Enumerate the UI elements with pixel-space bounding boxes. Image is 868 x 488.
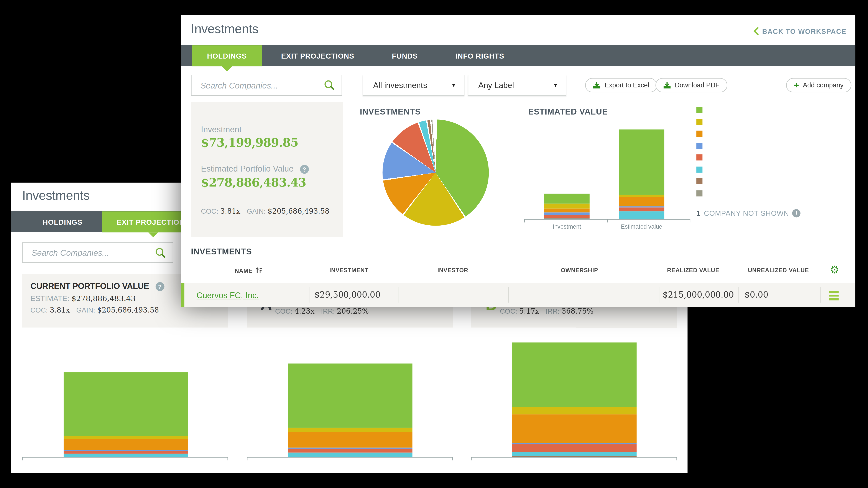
search-companies-box — [22, 242, 173, 263]
card-1-stacked-bar — [64, 372, 188, 457]
company-color-legend — [696, 107, 703, 196]
irr-label: IRR: — [321, 307, 335, 315]
table-row[interactable]: Cuervos FC, Inc. $29,500,000.00 $215,000… — [181, 283, 855, 307]
coc-value: 4.23x — [294, 307, 315, 315]
chevron-left-icon — [753, 27, 759, 35]
coc-label: COC: — [275, 307, 292, 315]
investment-stacked-bar — [544, 194, 590, 219]
card-2-axis — [247, 457, 453, 458]
search-icon[interactable] — [155, 247, 166, 258]
row-realized-value: $215,000,000.00 — [663, 290, 734, 300]
estimated-value-axis — [524, 219, 690, 220]
row-menu-icon[interactable] — [829, 291, 838, 300]
column-header-investment[interactable]: INVESTMENT — [330, 267, 369, 273]
coc-label: COC: — [500, 307, 517, 315]
search-icon[interactable] — [324, 79, 335, 91]
add-company-button[interactable]: + Add company — [786, 78, 851, 92]
irr-label: IRR: — [546, 307, 560, 315]
coc-label: COC: — [201, 207, 218, 215]
coc-value: 5.17x — [519, 307, 539, 315]
search-companies-box — [191, 75, 342, 96]
axis-label-investment: Investment — [539, 223, 595, 230]
estimated-portfolio-value: $278,886,483.43 — [201, 175, 333, 189]
download-pdf-button[interactable]: Download PDF — [655, 78, 727, 92]
card-3-stacked-bar — [512, 343, 637, 457]
gain-label: GAIN: — [76, 306, 95, 314]
company-link[interactable]: Cuervos FC, Inc. — [196, 290, 259, 299]
search-input[interactable] — [192, 80, 324, 90]
irr-value: 368.75% — [562, 307, 594, 315]
search-input[interactable] — [23, 248, 155, 257]
column-header-ownership[interactable]: OWNERSHIP — [561, 267, 598, 273]
gain-value: $205,686,493.58 — [97, 306, 159, 314]
card-1-axis — [22, 457, 228, 458]
page-title: Investments — [22, 188, 90, 203]
company-not-shown-note: 1 COMPANY NOT SHOWN ! — [696, 209, 801, 217]
tab-funds[interactable]: FUNDS — [377, 45, 433, 66]
tab-holdings[interactable]: HOLDINGS — [28, 211, 97, 232]
column-header-realized-value[interactable]: REALIZED VALUE — [667, 267, 719, 273]
chevron-down-icon: ▼ — [451, 83, 456, 88]
table-settings-gear-icon[interactable]: ⚙ — [830, 264, 839, 275]
tab-bar: HOLDINGS EXIT PROJECTIONS FUNDS INFO RIG… — [181, 45, 855, 66]
export-to-excel-button[interactable]: Export to Excel — [585, 78, 657, 92]
estimated-value-chart-title: ESTIMATED VALUE — [528, 107, 608, 116]
investment-value: $73,199,989.85 — [201, 135, 333, 150]
plus-icon: + — [794, 81, 799, 90]
desktop-background: Investments HOLDINGS EXIT PROJECTIONS CU… — [0, 0, 868, 488]
column-header-unrealized-value[interactable]: UNREALIZED VALUE — [748, 267, 809, 273]
row-accent-stripe — [181, 283, 184, 307]
column-header-name[interactable]: NAME — [235, 267, 262, 274]
investments-filter-dropdown[interactable]: All investments ▼ — [363, 75, 464, 96]
portfolio-summary-panel: Investment $73,199,989.85 Estimated Port… — [191, 102, 343, 237]
download-icon — [593, 82, 601, 89]
info-icon[interactable]: ! — [793, 209, 801, 217]
back-to-workspace-link[interactable]: BACK TO WORKSPACE — [753, 27, 846, 35]
label-filter-dropdown[interactable]: Any Label ▼ — [468, 75, 566, 96]
tab-info-rights[interactable]: INFO RIGHTS — [440, 45, 519, 66]
sort-asc-icon — [255, 267, 262, 274]
gain-value: $205,686,493.58 — [268, 207, 330, 215]
card-2-stacked-bar — [288, 363, 412, 457]
help-icon[interactable]: ? — [300, 165, 309, 174]
column-header-investor[interactable]: INVESTOR — [437, 267, 468, 273]
irr-value: 206.25% — [337, 307, 369, 315]
chevron-down-icon: ▼ — [553, 83, 558, 88]
help-icon[interactable]: ? — [155, 282, 164, 291]
row-investment-value: $29,500,000.00 — [314, 290, 380, 300]
card-title: CURRENT PORTFOLIO VALUE — [30, 281, 149, 290]
coc-value: 3.81x — [50, 306, 70, 314]
holdings-window: Investments BACK TO WORKSPACE HOLDINGS E… — [181, 15, 855, 307]
estimated-value-stacked-bar — [619, 129, 664, 219]
card-3-axis — [471, 457, 677, 458]
estimate-label: ESTIMATE: — [30, 294, 69, 302]
investment-label: Investment — [201, 125, 333, 134]
investments-table-title: INVESTMENTS — [191, 247, 252, 256]
download-icon — [663, 82, 671, 89]
tab-holdings[interactable]: HOLDINGS — [192, 45, 262, 66]
estimated-portfolio-value-label: Estimated Portfolio Value — [201, 164, 293, 173]
coc-label: COC: — [30, 306, 48, 314]
investments-pie-title: INVESTMENTS — [360, 107, 421, 116]
page-title: Investments — [191, 22, 258, 36]
coc-value: 3.81x — [220, 207, 241, 215]
investments-pie-chart — [382, 120, 489, 226]
gain-label: GAIN: — [247, 207, 266, 215]
axis-label-estimated-value: Estimated value — [614, 223, 669, 230]
row-unrealized-value: $0.00 — [745, 290, 768, 300]
tab-exit-projections[interactable]: EXIT PROJECTIONS — [266, 45, 369, 66]
estimate-value: $278,886,483.43 — [71, 294, 135, 303]
